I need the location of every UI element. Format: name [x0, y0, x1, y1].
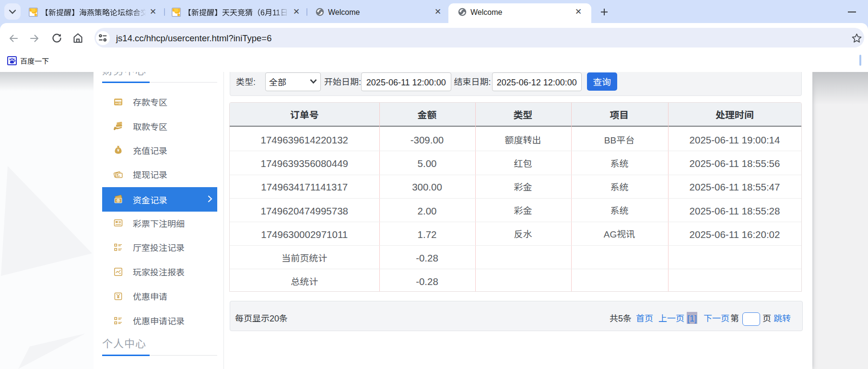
- svg-text:¥: ¥: [117, 148, 119, 153]
- svg-text:¥: ¥: [117, 199, 119, 202]
